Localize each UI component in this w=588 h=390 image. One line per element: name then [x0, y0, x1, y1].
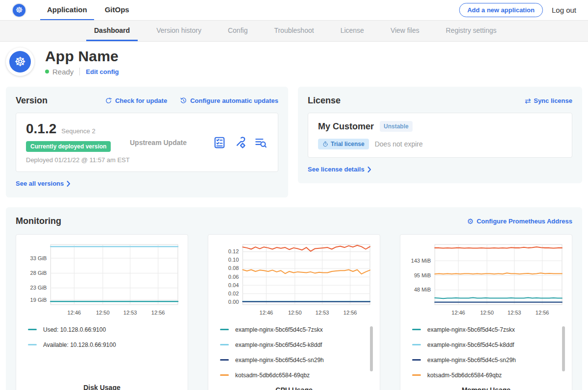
tab-dashboard[interactable]: Dashboard	[86, 21, 138, 41]
legend-color-dash	[220, 344, 229, 345]
check-for-update-link[interactable]: Check for update	[105, 97, 167, 104]
sync-license-link[interactable]: ⇄ Sync license	[525, 97, 572, 104]
tab-application[interactable]: Application	[40, 0, 94, 20]
svg-text:33 GiB: 33 GiB	[30, 255, 47, 261]
legend-color-dash	[220, 374, 229, 376]
legend-item: kotsadm-5db6dc6584-69qbz	[220, 372, 374, 379]
tab-gitops[interactable]: GitOps	[98, 0, 136, 20]
monitoring-header: Monitoring ⚙ Configure Prometheus Addres…	[16, 216, 572, 226]
topnav-tabs: Application GitOps	[40, 0, 136, 20]
sync-arrows-icon: ⇄	[525, 97, 531, 104]
memory-usage-card: 143 MiB95 MiB48 MiB12:4612:5012:5312:56 …	[400, 234, 572, 390]
check-for-update-label: Check for update	[115, 97, 167, 104]
app-kubernetes-icon: ☸	[9, 51, 31, 73]
configure-prometheus-label: Configure Prometheus Address	[477, 218, 572, 225]
legend-scrollbar[interactable]	[370, 326, 373, 371]
legend-scrollbar[interactable]	[562, 326, 565, 371]
legend-color-dash	[28, 329, 37, 330]
legend-label: example-nginx-5bc6f5d4c5-7zskx	[235, 326, 323, 333]
configure-prometheus-link[interactable]: ⚙ Configure Prometheus Address	[467, 218, 572, 225]
cpu-usage-legend: example-nginx-5bc6f5d4c5-7zskxexample-ng…	[214, 326, 374, 386]
tab-config[interactable]: Config	[220, 21, 255, 41]
monitoring-title: Monitoring	[16, 216, 61, 226]
version-info: 0.1.2 Sequence 2 Currently deployed vers…	[26, 121, 130, 164]
svg-text:12:50: 12:50	[288, 310, 302, 316]
tab-troubleshoot[interactable]: Troubleshoot	[266, 21, 321, 41]
monitoring-card: Monitoring ⚙ Configure Prometheus Addres…	[6, 207, 582, 390]
customer-name: My Customer	[318, 122, 374, 132]
legend-item: example-nginx-5bc6f5d4c5-k8ddf	[412, 341, 566, 348]
tab-registry-settings[interactable]: Registry settings	[438, 21, 504, 41]
trial-license-label: Trial license	[331, 141, 365, 147]
legend-item: example-nginx-5bc6f5d4c5-sn29h	[412, 357, 566, 364]
version-source-label: Upstream Update	[130, 139, 213, 146]
svg-text:48 MiB: 48 MiB	[414, 287, 431, 292]
page-title: App Name	[45, 48, 119, 65]
see-license-details-link[interactable]: See license details	[308, 166, 371, 173]
configure-automatic-updates-link[interactable]: Configure automatic updates	[180, 97, 278, 104]
app-sub-nav: Dashboard Version history Config Trouble…	[0, 21, 588, 42]
release-notes-icon[interactable]	[213, 136, 226, 149]
svg-text:0.04: 0.04	[228, 282, 239, 288]
disk-usage-legend: Used: 10.128.0.66:9100Available: 10.128.…	[22, 326, 182, 384]
svg-text:12:53: 12:53	[316, 310, 329, 316]
chart-title: Memory Usage	[406, 386, 566, 390]
version-card-links: Check for update Configure automatic upd…	[105, 97, 278, 104]
see-all-versions-label: See all versions	[16, 180, 64, 187]
svg-text:12:46: 12:46	[68, 310, 81, 316]
cards-row: Version Check for update Configure autom…	[0, 87, 588, 197]
tab-version-history[interactable]: Version history	[148, 21, 209, 41]
view-diff-icon[interactable]	[254, 136, 267, 149]
config-wrench-icon[interactable]	[234, 136, 246, 149]
gear-icon: ⚙	[467, 218, 473, 225]
legend-color-dash	[28, 344, 37, 345]
legend-item: example-nginx-5bc6f5d4c5-7zskx	[220, 326, 374, 333]
legend-item: Available: 10.128.0.66:9100	[28, 341, 182, 348]
tab-config-label: Config	[228, 26, 247, 34]
license-card-title: License	[308, 96, 341, 106]
app-header: ☸ App Name Ready Edit config	[0, 42, 588, 83]
disk-usage-chart: 33 GiB28 GiB23 GiB19 GiB12:4612:5012:531…	[22, 242, 182, 319]
tab-version-history-label: Version history	[156, 26, 201, 34]
legend-item: Used: 10.128.0.66:9100	[28, 326, 182, 333]
tab-dashboard-label: Dashboard	[94, 26, 130, 34]
legend-item: example-nginx-5bc6f5d4c5-sn29h	[220, 357, 374, 364]
chevron-right-icon	[368, 167, 371, 172]
svg-text:12:46: 12:46	[452, 310, 466, 316]
license-card-footer: See license details	[308, 165, 572, 173]
cpu-usage-chart: 0.120.100.080.060.040.020.0012:4612:5012…	[214, 242, 374, 319]
see-all-versions-link[interactable]: See all versions	[16, 180, 71, 187]
chart-title: Disk Usage	[22, 384, 182, 390]
legend-label: example-nginx-5bc6f5d4c5-7zskx	[427, 326, 515, 333]
status-text: Ready	[52, 68, 74, 76]
svg-text:143 MiB: 143 MiB	[411, 258, 431, 264]
license-card: License ⇄ Sync license My Customer Unsta…	[298, 87, 582, 183]
tab-view-files-label: View files	[391, 26, 419, 34]
legend-color-dash	[412, 359, 421, 361]
tab-license[interactable]: License	[333, 21, 372, 41]
cpu-usage-card: 0.120.100.080.060.040.020.0012:4612:5012…	[208, 234, 380, 390]
license-card-header: License ⇄ Sync license	[308, 96, 572, 106]
add-application-button[interactable]: Add a new application	[459, 3, 543, 17]
channel-badge: Unstable	[380, 121, 413, 132]
refresh-icon	[105, 97, 112, 104]
svg-text:0.12: 0.12	[228, 248, 239, 254]
version-card-title: Version	[16, 96, 48, 106]
logout-button[interactable]: Log out	[552, 6, 576, 14]
tab-troubleshoot-label: Troubleshoot	[274, 26, 314, 34]
version-number: 0.1.2	[26, 121, 56, 137]
svg-text:0.08: 0.08	[228, 265, 239, 271]
app-status-row: Ready Edit config	[45, 68, 119, 76]
tab-gitops-label: GitOps	[105, 5, 129, 14]
edit-config-link[interactable]: Edit config	[86, 68, 119, 75]
chevron-right-icon	[67, 181, 71, 187]
svg-text:12:53: 12:53	[123, 310, 137, 316]
version-sequence: Sequence 2	[61, 127, 95, 135]
app-logo-glyph: ☸	[14, 55, 25, 68]
tab-view-files[interactable]: View files	[383, 21, 427, 41]
legend-color-dash	[412, 329, 421, 330]
legend-color-dash	[412, 344, 421, 345]
stopwatch-icon	[322, 141, 328, 147]
svg-text:12:56: 12:56	[536, 310, 549, 316]
svg-text:95 MiB: 95 MiB	[414, 272, 431, 278]
